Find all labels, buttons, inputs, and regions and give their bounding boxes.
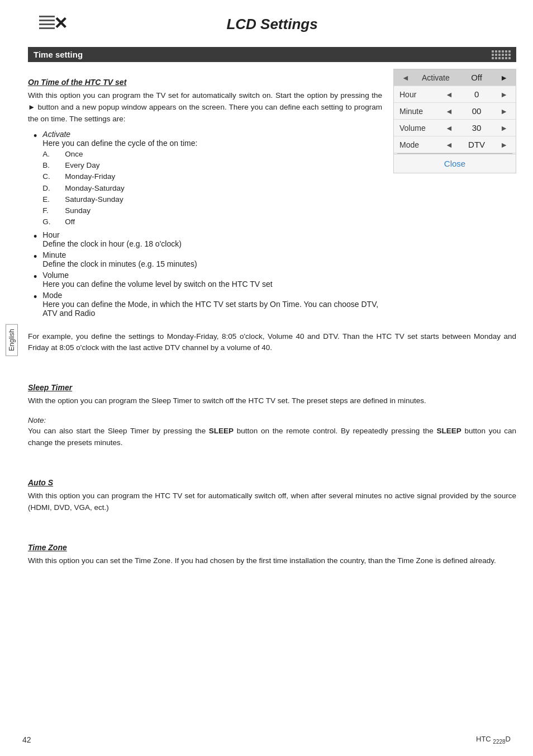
sub-letter: A. [42,149,54,160]
list-item: E.Saturday-Sunday [42,194,382,205]
bullet-desc-hour: Define the clock in hour (e.g. 18 o'cloc… [42,239,182,248]
sub-text: Off [65,216,75,228]
widget-value-minute: 00 [465,106,488,116]
widget-row-activate: ◄ Activate Off ► [394,69,516,86]
mode-arrow-left[interactable]: ◄ [443,140,455,149]
footer-page-number: 42 [22,735,31,744]
sub-text: Every Day [65,160,99,171]
footer-model: HTC 2228D [476,735,511,745]
on-time-heading: On Time of the HTC TV set [28,78,382,87]
sidebar-label: English [6,324,18,356]
sub-letter: D. [42,183,54,194]
sub-letter: E. [42,194,54,205]
note-label: Note: [28,416,516,424]
on-time-example: For example, you define the settings to … [28,331,516,355]
widget-row-volume: Volume ◄ 30 ► [394,120,516,136]
on-time-intro: With this option you can program the TV … [28,90,382,125]
sub-letter: C. [42,171,54,182]
on-time-widget: ◄ Activate Off ► Hour ◄ 0 ► Minute ◄ 00 [393,69,516,322]
bullet-title-activate: Activate [42,130,70,139]
bullet-content-minute: Minute Define the clock in minutes (e.g.… [42,251,382,268]
bullet-dot: • [34,231,37,248]
bullet-content-mode: Mode Here you can define the Mode, in wh… [42,291,382,318]
auto-s-heading: Auto S [28,478,516,487]
time-zone-heading: Time Zone [28,543,516,552]
page-footer: 42 HTC 2228D [0,735,533,745]
note-text: You can also start the Sleep Timer by pr… [28,426,516,449]
widget-label-minute: Minute [399,107,433,116]
bullet-title-volume: Volume [42,271,69,280]
widget-value-activate: Off [465,73,488,82]
widget-row-hour: Hour ◄ 0 ► [394,86,516,103]
widget-value-volume: 30 [465,123,488,133]
list-item: A.Once [42,149,382,160]
sidebar-english: English [6,324,18,356]
bullet-dot: • [34,291,37,318]
minute-arrow-left[interactable]: ◄ [443,107,455,116]
volume-arrow-right[interactable]: ► [498,124,510,133]
bullet-title-mode: Mode [42,291,62,300]
sub-letter: B. [42,160,54,171]
list-item: • Activate Here you can define the cycle… [34,130,382,228]
sub-text: Once [65,149,83,160]
bullet-content-hour: Hour Define the clock in hour (e.g. 18 o… [42,230,382,248]
bullet-dot: • [34,271,37,289]
bullet-desc-mode: Here you can define the Mode, in which t… [42,300,378,318]
header-lines [39,16,55,29]
list-item: • Hour Define the clock in hour (e.g. 18… [34,230,382,248]
widget-label-hour: Hour [399,90,433,99]
bullet-dot: • [34,251,37,268]
list-item: F.Sunday [42,205,382,216]
page-title: LCD Settings [226,16,317,32]
list-item: • Minute Define the clock in minutes (e.… [34,251,382,268]
hour-arrow-left[interactable]: ◄ [443,90,455,99]
sleep-timer-text: With the option you can program the Slee… [28,395,516,407]
close-button[interactable]: Close [444,159,465,168]
widget-value-mode: DTV [465,140,488,149]
list-item: G.Off [42,216,382,228]
minute-arrow-right[interactable]: ► [498,107,510,116]
section-dots [492,50,511,59]
widget-label-volume: Volume [399,124,433,133]
sub-text: Monday-Saturday [65,183,125,194]
widget-label-activate: Activate [422,73,455,82]
auto-s-text: With this option you can program the HTC… [28,490,516,514]
time-zone-text: With this option you can set the Time Zo… [28,555,516,567]
bullet-list: • Activate Here you can define the cycle… [34,130,382,318]
bullet-desc-volume: Here you can define the volume level by … [42,280,272,289]
widget-row-minute: Minute ◄ 00 ► [394,103,516,120]
sub-text: Monday-Friday [65,171,115,182]
section-title: Time setting [34,50,83,59]
bullet-title-hour: Hour [42,230,59,239]
list-item: C.Monday-Friday [42,171,382,182]
bullet-dot: • [34,130,37,228]
bullet-content-activate: Activate Here you can define the cycle o… [42,130,382,228]
sub-letter: G. [42,216,54,228]
list-item: D.Monday-Saturday [42,183,382,194]
sub-text: Sunday [65,205,91,216]
sub-text: Saturday-Sunday [65,194,123,205]
sub-letter: F. [42,205,54,216]
activate-arrow-left[interactable]: ◄ [399,73,412,82]
widget-close-row: Close [394,154,516,173]
widget-value-hour: 0 [465,89,488,99]
bullet-intro-activate: Here you can define the cycle of the on … [42,139,197,148]
list-item: • Mode Here you can define the Mode, in … [34,291,382,318]
sleep-bold-1: SLEEP [209,427,234,435]
logo-x: ✕ [54,13,68,33]
list-item: B.Every Day [42,160,382,171]
bullet-desc-minute: Define the clock in minutes (e.g. 15 min… [42,259,197,268]
bullet-content-volume: Volume Here you can define the volume le… [42,271,382,289]
widget-row-mode: Mode ◄ DTV ► [394,136,516,153]
section-heading: Time setting [28,47,516,62]
bullet-title-minute: Minute [42,251,66,259]
sleep-bold-2: SLEEP [437,427,461,435]
sleep-timer-heading: Sleep Timer [28,383,516,392]
widget-label-mode: Mode [399,140,433,149]
activate-sub-list: A.Once B.Every Day C.Monday-Friday D.Mon… [42,149,382,228]
hour-arrow-right[interactable]: ► [498,90,510,99]
list-item: • Volume Here you can define the volume … [34,271,382,289]
volume-arrow-left[interactable]: ◄ [443,124,455,133]
activate-arrow-right[interactable]: ► [498,73,510,82]
mode-arrow-right[interactable]: ► [498,140,510,149]
